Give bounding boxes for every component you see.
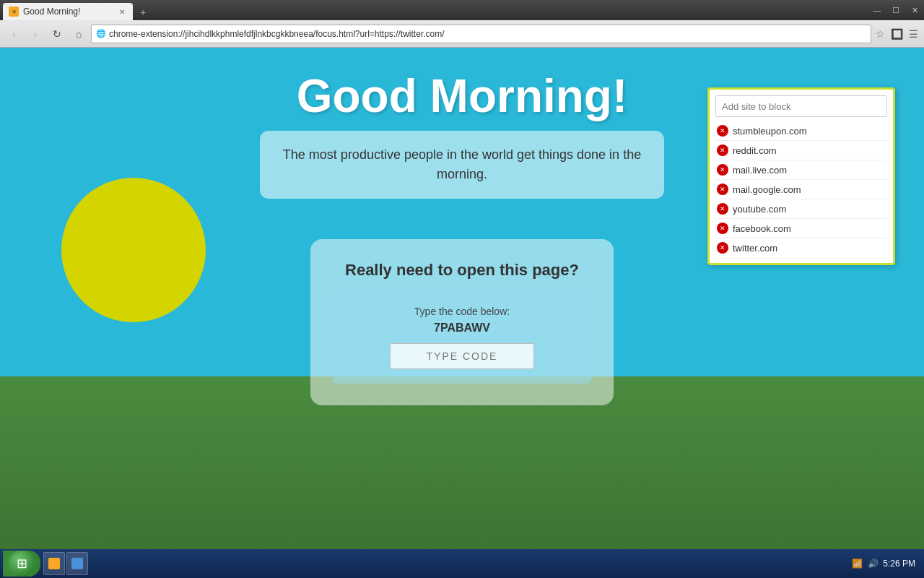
toolbar: ‹ › ↻ ⌂ 🌐 ☆ 🔲 ☰ <box>0 20 924 48</box>
active-tab[interactable]: ☀ Good Morning! ✕ <box>3 3 133 20</box>
code-area: Type the code below: 7PABAWV <box>332 294 592 384</box>
address-bar-container[interactable]: 🌐 <box>91 25 871 43</box>
reload-button[interactable]: ↻ <box>48 25 66 43</box>
address-bar[interactable] <box>109 29 866 39</box>
tray-icon-network: 📶 <box>851 558 863 569</box>
remove-icon[interactable] <box>717 125 728 137</box>
back-button[interactable]: ‹ <box>4 25 23 43</box>
bookmark-icon[interactable]: ☆ <box>874 27 886 41</box>
list-item: mail.live.com <box>715 160 887 180</box>
list-item: facebook.com <box>715 219 887 238</box>
code-value: 7PABAWV <box>346 322 578 335</box>
challenge-title: Really need to open this page? <box>332 261 592 280</box>
tray-icon-volume: 🔊 <box>867 558 879 569</box>
remove-icon[interactable] <box>717 203 728 215</box>
remove-icon[interactable] <box>717 184 728 195</box>
menu-icon[interactable]: ☰ <box>907 27 920 41</box>
quote-text: The most productive people in the world … <box>283 147 641 181</box>
remove-icon[interactable] <box>717 164 728 176</box>
challenge-box: Really need to open this page? Type the … <box>310 239 614 405</box>
chrome-window: ☀ Good Morning! ✕ + — ☐ ✕ ‹ › ↻ ⌂ 🌐 ☆ 🔲 … <box>0 0 924 578</box>
site-label: twitter.com <box>733 243 777 254</box>
forward-button[interactable]: › <box>26 25 45 43</box>
site-label: facebook.com <box>733 223 791 234</box>
site-label: stumbleupon.com <box>733 126 807 137</box>
code-instruction: Type the code below: <box>346 306 578 317</box>
site-label: youtube.com <box>733 204 786 215</box>
title-bar: ☀ Good Morning! ✕ + — ☐ ✕ <box>0 0 924 20</box>
list-item: twitter.com <box>715 238 887 257</box>
list-item: youtube.com <box>715 199 887 219</box>
taskbar-window-item[interactable] <box>43 552 65 575</box>
site-label: mail.google.com <box>733 184 801 195</box>
tab-favicon: ☀ <box>9 7 19 17</box>
taskbar: ⊞ 📶 🔊 5:26 PM <box>0 549 924 578</box>
start-orb: ⊞ <box>9 551 35 577</box>
taskbar-icon-2 <box>71 558 83 569</box>
site-label: mail.live.com <box>733 165 787 176</box>
list-item: stumbleupon.com <box>715 121 887 141</box>
ground-background <box>0 376 924 578</box>
page-background: Good Morning! The most productive people… <box>0 48 924 578</box>
code-input[interactable] <box>390 343 534 369</box>
taskbar-item-2[interactable] <box>66 552 88 575</box>
minimize-button[interactable]: — <box>868 0 886 20</box>
start-button[interactable]: ⊞ <box>3 551 40 577</box>
site-label: reddit.com <box>733 145 777 156</box>
page-icon: 🌐 <box>96 29 106 38</box>
maximize-button[interactable]: ☐ <box>886 0 905 20</box>
home-button[interactable]: ⌂ <box>69 25 88 43</box>
taskbar-items <box>43 552 845 575</box>
blocked-sites-panel: stumbleupon.com reddit.com mail.live.com… <box>707 87 895 265</box>
add-site-input[interactable] <box>715 95 887 117</box>
remove-icon[interactable] <box>717 223 728 234</box>
tab-label: Good Morning! <box>23 7 80 17</box>
taskbar-favicon <box>48 558 60 569</box>
tab-strip: ☀ Good Morning! ✕ + <box>0 0 153 20</box>
remove-icon[interactable] <box>717 144 728 156</box>
blocked-sites-list: stumbleupon.com reddit.com mail.live.com… <box>715 121 887 257</box>
tab-close-button[interactable]: ✕ <box>117 7 127 17</box>
taskbar-tray: 📶 🔊 5:26 PM <box>845 558 921 569</box>
list-item: mail.google.com <box>715 180 887 199</box>
quote-box: The most productive people in the world … <box>260 131 664 199</box>
close-button[interactable]: ✕ <box>905 0 924 20</box>
list-item: reddit.com <box>715 141 887 160</box>
remove-icon[interactable] <box>717 242 728 254</box>
clock: 5:26 PM <box>883 558 915 569</box>
window-controls: — ☐ ✕ <box>868 0 924 20</box>
content-area: Good Morning! The most productive people… <box>0 48 924 578</box>
extension-icon[interactable]: 🔲 <box>889 27 905 41</box>
new-tab-button[interactable]: + <box>133 4 153 20</box>
sun-graphic <box>61 178 206 322</box>
